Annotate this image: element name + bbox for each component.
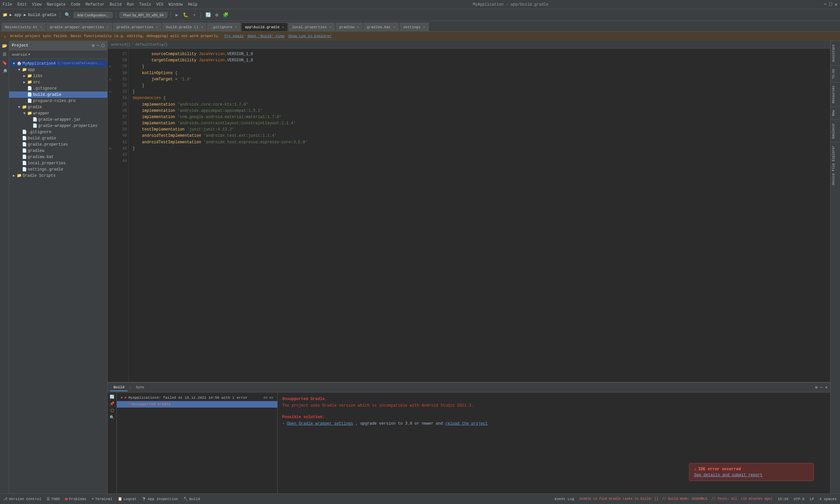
tab-gitignore[interactable]: .gitignore ✕ <box>207 23 241 31</box>
tree-item-settings-gradle[interactable]: 📄 settings.gradle <box>9 166 107 173</box>
strip-problems[interactable]: Problems <box>65 497 86 501</box>
try-again-link[interactable]: Try Again <box>224 34 243 38</box>
ide-error-details-link[interactable]: See details and submit report <box>694 473 763 478</box>
tab-gradlew-bat[interactable]: gradlew.bat ✕ <box>363 23 399 31</box>
menu-navigate[interactable]: Navigate <box>47 2 66 7</box>
fold-41[interactable] <box>108 139 113 146</box>
fold-35[interactable] <box>108 102 113 108</box>
build-tree-main[interactable]: ▼ ● MyApplication4: failed At 15.12.2022… <box>117 395 277 401</box>
show-log-link[interactable]: Show Log in Explorer <box>288 34 332 38</box>
fold-38[interactable] <box>108 120 113 127</box>
encoding-label[interactable]: UTF-8 <box>794 497 805 501</box>
strip-build[interactable]: 🔨 Build <box>183 497 200 501</box>
refresh-build-icon[interactable]: 🔄 <box>109 395 115 399</box>
rpanel-assistant[interactable]: Assistant <box>830 41 840 65</box>
strip-version-control[interactable]: ⎇ Version Control <box>3 497 41 501</box>
fold-32[interactable] <box>108 83 113 89</box>
tab-build[interactable]: Build <box>110 384 128 391</box>
fold-42[interactable]: ⊟ <box>108 146 113 152</box>
tree-item-proguard[interactable]: 📄 proguard-rules.pro <box>9 98 107 104</box>
tab-gradlew[interactable]: gradlew ✕ <box>336 23 363 31</box>
close-panel-icon[interactable]: ✕ <box>825 385 827 390</box>
close-tab-gradlew-bat[interactable]: ✕ <box>393 25 396 29</box>
menu-run[interactable]: Run <box>127 2 134 7</box>
find-icon[interactable]: 🔎 <box>0 68 9 75</box>
tree-item-gradlew[interactable]: 📄 gradlew <box>9 147 107 154</box>
close-tab-gradlew[interactable]: ✕ <box>357 25 359 29</box>
profile-icon[interactable]: ⚡ <box>192 12 197 18</box>
strip-terminal[interactable]: ⌨ Terminal <box>91 497 112 501</box>
run-icon[interactable]: ▶ <box>174 12 179 18</box>
fold-33[interactable]: ⊟ <box>108 89 113 95</box>
menu-view[interactable]: View <box>32 2 42 7</box>
close-tab-gradle-props[interactable]: ✕ <box>156 25 158 29</box>
device-selector[interactable]: Pixel 3a_API_33_x86_64 <box>119 12 167 18</box>
tree-item-libs[interactable]: ▶ 📁 libs <box>9 73 107 79</box>
close-button[interactable]: ✕ <box>835 2 837 7</box>
tree-item-gradlew-bat[interactable]: 📄 gradlew.bat <box>9 154 107 160</box>
tab-mainactivity[interactable]: MainActivity.kt ✕ <box>1 23 46 31</box>
pin-icon[interactable]: 📌 <box>109 401 115 406</box>
tree-item-build-gradle-root[interactable]: 📄 build.gradle <box>9 135 107 141</box>
menu-code[interactable]: Code <box>71 2 81 7</box>
rpanel-todo[interactable]: To-Do <box>830 65 840 82</box>
add-configuration-button[interactable]: Add Configuration... <box>73 12 112 18</box>
expand-build-icon[interactable]: ⬡ <box>109 408 115 413</box>
menu-refactor[interactable]: Refactor <box>86 2 105 7</box>
settings-build-icon[interactable]: ⚙ <box>815 385 817 390</box>
fold-36[interactable] <box>108 108 113 114</box>
dropdown-arrow-icon[interactable]: ▼ <box>28 53 30 56</box>
fold-34[interactable] <box>108 95 113 101</box>
menu-help[interactable]: Help <box>188 2 197 7</box>
tab-sync[interactable]: Sync <box>133 384 148 391</box>
fold-27[interactable] <box>108 51 113 57</box>
tree-item-gradle-properties-root[interactable]: 📄 gradle.properties <box>9 141 107 147</box>
tree-item-gradle-wrapper-props[interactable]: 📄 gradle-wrapper.properties <box>9 123 107 129</box>
tree-item-local-properties[interactable]: 📄 local.properties <box>9 160 107 166</box>
menu-file[interactable]: File <box>3 2 12 7</box>
menu-vcs[interactable]: VCS <box>156 2 163 7</box>
project-panel-icon[interactable]: 📂 <box>0 42 9 50</box>
search-icon[interactable]: 🔍 <box>63 12 72 18</box>
project-collapse-icon[interactable]: — <box>97 43 99 48</box>
menu-build[interactable]: Build <box>110 2 121 7</box>
fold-43[interactable] <box>108 152 113 158</box>
event-log-label[interactable]: Event Log <box>555 497 574 501</box>
minimize-button[interactable]: ─ <box>824 2 826 7</box>
tree-item-gradle-scripts[interactable]: ▶ 📁 Gradle Scripts <box>9 173 107 179</box>
structure-icon[interactable]: ☰ <box>0 51 9 58</box>
fold-40[interactable] <box>108 133 113 139</box>
rpanel-emulator[interactable]: Emulator <box>830 119 840 142</box>
tab-build-gradle-root[interactable]: build.gradle () ✕ <box>162 23 206 31</box>
sdk-manager-icon[interactable]: 🧩 <box>222 12 230 18</box>
tree-item-build-gradle-app[interactable]: 📄 build.gradle <box>9 91 107 98</box>
indent-label[interactable]: 4 spaces <box>819 497 837 501</box>
menu-window[interactable]: Window <box>169 2 183 7</box>
tree-item-myapplication4[interactable]: ▼ 🏠 MyApplication4 C:\Users\40744\Andro.… <box>9 60 107 67</box>
tab-gradle-properties[interactable]: gradle.properties ✕ <box>113 23 161 31</box>
settings-icon[interactable]: ⚙ <box>214 12 220 18</box>
tab-gradle-wrapper-props[interactable]: gradle-wrapper.properties ✕ <box>46 23 112 31</box>
minimize-panel-icon[interactable]: — <box>820 385 823 390</box>
tree-item-gradle[interactable]: ▼ 📁 gradle <box>9 104 107 110</box>
line-sep-label[interactable]: LF <box>810 497 814 501</box>
tree-item-src[interactable]: ▶ 📁 src <box>9 79 107 85</box>
tree-item-gitignore-app[interactable]: 📄 .gitignore <box>9 85 107 91</box>
breadcrumb-defaultconfig[interactable]: defaultConfig{} <box>135 43 168 47</box>
fold-31[interactable]: ⊟ <box>108 76 113 83</box>
close-tab-app-build[interactable]: ✕ <box>282 25 284 29</box>
fold-39[interactable] <box>108 127 113 133</box>
rpanel-new[interactable]: New <box>830 107 840 119</box>
filter-icon[interactable]: 🔍 <box>109 415 115 420</box>
close-tab-settings[interactable]: ✕ <box>423 25 425 29</box>
tab-app-build-gradle[interactable]: app\build.gradle ✕ <box>241 23 288 31</box>
menu-edit[interactable]: Edit <box>17 2 27 7</box>
close-tab-local-props[interactable]: ✕ <box>329 25 331 29</box>
open-build-view-link[interactable]: Open 'Build' View <box>247 34 284 38</box>
tree-item-wrapper[interactable]: ▼ 📁 wrapper <box>9 110 107 116</box>
reload-project-link[interactable]: reload the project <box>445 421 488 426</box>
strip-app-inspection[interactable]: 🔭 App Inspection <box>142 497 178 501</box>
gradle-wrapper-settings-link[interactable]: Open Gradle wrapper settings <box>287 421 353 426</box>
fold-37[interactable] <box>108 114 113 120</box>
fold-44[interactable] <box>108 158 113 164</box>
